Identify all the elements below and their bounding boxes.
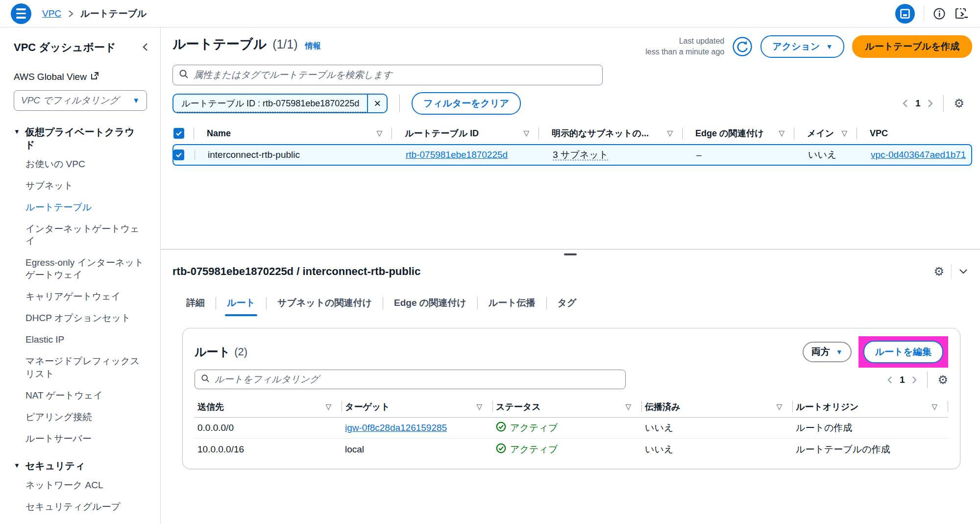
tab-routes[interactable]: ルート	[225, 292, 257, 315]
split-panel-resize-handle[interactable]	[564, 253, 577, 255]
routes-filter-both-select[interactable]: 両方 ▼	[803, 342, 852, 362]
column-header-edge[interactable]: Edge の関連付け▽	[683, 123, 794, 144]
previous-page-icon[interactable]	[887, 375, 893, 384]
filter-icon[interactable]: ▽	[779, 129, 789, 138]
cell-status: アクティブ	[493, 443, 642, 456]
column-header-route-table-id[interactable]: ルートテーブル ID▽	[392, 123, 539, 144]
cloudshell-icon[interactable]	[955, 7, 969, 20]
info-link[interactable]: 情報	[305, 42, 321, 50]
next-page-icon[interactable]	[927, 99, 933, 108]
cell-route-origin: ルートの作成	[793, 422, 948, 434]
tab-subnet-associations[interactable]: サブネットの関連付け	[275, 292, 374, 315]
cell-explicit-subnets[interactable]: 3 サブネット	[553, 150, 608, 160]
create-route-table-button[interactable]: ルートテーブルを作成	[852, 35, 972, 58]
sidebar-item-managed-prefix-lists[interactable]: マネージドプレフィックスリスト	[25, 355, 148, 379]
result-count-value: (1/1)	[272, 37, 297, 51]
remove-filter-icon[interactable]: ×	[367, 94, 387, 113]
target-igw-link[interactable]: igw-0f8c28da126159285	[345, 423, 447, 433]
top-navigation: VPC ルートテーブル	[0, 0, 980, 27]
filter-icon[interactable]: ▽	[776, 402, 786, 411]
detail-panel-title: rtb-075981ebe1870225d / interconnect-rtb…	[172, 265, 420, 278]
next-page-icon[interactable]	[911, 375, 917, 384]
sidebar-section-vpc[interactable]: ▼ 仮想プライベートクラウド	[14, 125, 148, 151]
tab-route-propagation[interactable]: ルート伝播	[487, 292, 538, 315]
filter-icon[interactable]: ▽	[325, 402, 335, 411]
route-row: 10.0.0.0/16 local アクティブ いいえ ルートテーブルの作成	[195, 439, 948, 460]
collapse-panel-chevron-icon[interactable]	[958, 267, 968, 277]
cell-target: local	[342, 444, 493, 455]
sidebar-item-egress-only-igw[interactable]: Egress-only インターネットゲートウェイ	[25, 256, 148, 281]
filter-chip-label[interactable]: ルートテーブル ID : rtb-075981ebe1870225d	[174, 95, 366, 112]
panel-preferences-gear-icon[interactable]: ⚙	[933, 266, 944, 277]
search-input[interactable]	[194, 70, 596, 80]
column-header-explicit-subnets[interactable]: 明示的なサブネットの...▽	[539, 123, 683, 144]
route-table-id-link[interactable]: rtb-075981ebe1870225d	[406, 150, 508, 160]
page-number[interactable]: 1	[900, 374, 905, 385]
select-all-checkbox[interactable]	[173, 128, 184, 139]
cell-propagated: いいえ	[642, 443, 793, 456]
sidebar-item-route-tables[interactable]: ルートテーブル	[25, 201, 148, 213]
breadcrumb-chevron-icon	[68, 9, 74, 18]
page-number[interactable]: 1	[915, 98, 921, 109]
vpc-link[interactable]: vpc-0d403647aed1b71	[871, 150, 966, 160]
split-panel-toggle-icon[interactable]	[895, 4, 915, 24]
column-header-status[interactable]: ステータス▽	[493, 396, 642, 417]
sidebar-item-peering-connections[interactable]: ピアリング接続	[25, 411, 148, 423]
tab-edge-associations[interactable]: Edge の関連付け	[392, 292, 468, 315]
sidebar-navigation: VPC ダッシュボード AWS Global View VPC でフィルタリング…	[0, 27, 161, 524]
sidebar-item-network-acl[interactable]: ネットワーク ACL	[25, 479, 148, 491]
cell-destination: 0.0.0.0/0	[195, 423, 342, 433]
sidebar-item-elastic-ip[interactable]: Elastic IP	[25, 333, 148, 346]
divider	[216, 297, 216, 310]
sidebar-item-nat-gateways[interactable]: NAT ゲートウェイ	[25, 389, 148, 401]
sidebar-item-route-server[interactable]: ルートサーバー	[25, 432, 148, 445]
breadcrumb-vpc-link[interactable]: VPC	[42, 8, 61, 19]
table-row-selected[interactable]: interconnect-rtb-public rtb-075981ebe187…	[172, 144, 972, 166]
services-menu-icon[interactable]	[11, 3, 31, 24]
sidebar-section-security[interactable]: ▼ セキュリティ	[14, 459, 148, 472]
sidebar-item-carrier-gateways[interactable]: キャリアゲートウェイ	[25, 290, 148, 302]
routes-search	[195, 370, 626, 389]
column-header-propagated[interactable]: 伝播済み▽	[642, 396, 793, 417]
column-header-main[interactable]: メイン▽	[794, 123, 857, 144]
column-header-name[interactable]: Name▽	[194, 123, 392, 144]
sidebar-collapse-icon[interactable]	[142, 42, 148, 54]
previous-page-icon[interactable]	[902, 99, 908, 108]
vpc-filter-select[interactable]: VPC でフィルタリング ▼	[14, 90, 147, 111]
divider	[927, 372, 928, 388]
actions-button[interactable]: アクション ▼	[760, 35, 844, 58]
refresh-icon[interactable]	[732, 36, 753, 57]
routes-search-input[interactable]	[215, 374, 619, 385]
column-header-destination[interactable]: 送信先▽	[195, 396, 342, 417]
tab-tags[interactable]: タグ	[556, 292, 579, 315]
tab-details[interactable]: 詳細	[184, 292, 207, 315]
filter-icon[interactable]: ▽	[376, 129, 387, 138]
filter-icon[interactable]: ▽	[667, 129, 678, 138]
filter-icon[interactable]: ▽	[931, 402, 941, 411]
column-header-target[interactable]: ターゲット▽	[342, 396, 493, 417]
routes-count: (2)	[234, 346, 247, 358]
row-checkbox[interactable]	[173, 150, 184, 160]
topbar-divider	[924, 6, 924, 21]
filter-icon[interactable]: ▽	[476, 402, 486, 411]
sidebar-item-internet-gateways[interactable]: インターネットゲートウェイ	[25, 223, 148, 247]
last-updated-text: Last updated less than a minute ago	[645, 36, 724, 57]
detail-tabs: 詳細 ルート サブネットの関連付け Edge の関連付け ルート伝播 タグ	[161, 292, 980, 315]
sidebar-item-your-vpcs[interactable]: お使いの VPC	[25, 158, 148, 170]
column-header-route-origin[interactable]: ルートオリジン▽	[793, 396, 948, 417]
edit-routes-button[interactable]: ルートを編集	[863, 341, 943, 363]
sidebar-item-security-groups[interactable]: セキュリティグループ	[25, 500, 148, 513]
filter-icon[interactable]: ▽	[523, 129, 534, 138]
filter-icon[interactable]: ▽	[841, 129, 852, 138]
page-title: ルートテーブル	[172, 37, 267, 51]
clear-filters-button[interactable]: フィルターをクリア	[412, 92, 521, 115]
sidebar-item-dhcp-option-sets[interactable]: DHCP オプションセット	[25, 312, 148, 324]
sidebar-item-subnets[interactable]: サブネット	[25, 179, 148, 192]
aws-global-view-link[interactable]: AWS Global View	[14, 72, 148, 82]
table-preferences-gear-icon[interactable]: ⚙	[954, 98, 964, 109]
column-header-vpc[interactable]: VPC	[857, 123, 972, 144]
filter-icon[interactable]: ▽	[625, 402, 635, 411]
info-icon[interactable]	[933, 7, 946, 20]
routes-preferences-gear-icon[interactable]: ⚙	[937, 374, 948, 386]
cell-destination: 10.0.0.0/16	[195, 444, 342, 455]
